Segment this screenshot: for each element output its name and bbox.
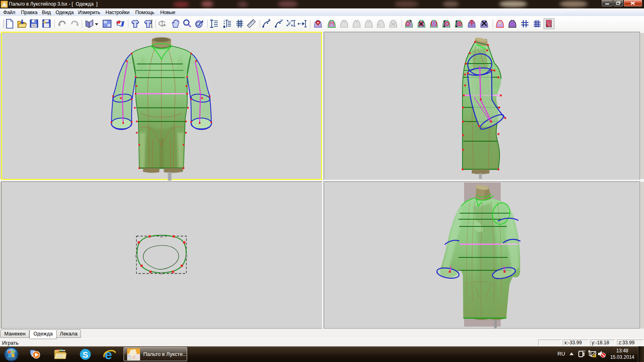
svg-text:!: ! — [594, 354, 595, 358]
svg-text:S: S — [83, 350, 88, 359]
svg-text:x: x — [288, 22, 290, 26]
svg-text:e: e — [105, 348, 112, 361]
